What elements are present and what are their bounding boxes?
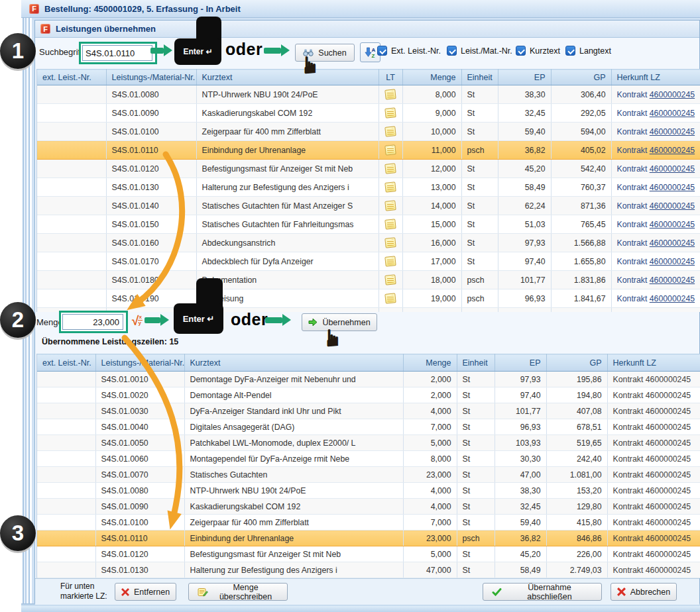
service-row[interactable]: S4S.01.0140Statisches Gutachten für Mast…	[37, 197, 700, 215]
checkbox-kurztext[interactable]: Kurztext	[516, 46, 560, 56]
column-header-lt[interactable]: LT	[379, 70, 402, 85]
available-services-table: ext. Leist.-Nr.Leistungs-/Material-Nr.Ku…	[37, 69, 700, 312]
service-row[interactable]: S4S.01.0020Demontage Alt-Pendel2,000St97…	[37, 387, 700, 403]
column-header-gp[interactable]: GP	[551, 70, 611, 85]
longtext-icon[interactable]	[384, 181, 396, 193]
contract-link[interactable]: 4600000245	[650, 276, 695, 285]
contract-link[interactable]: 4600000245	[650, 146, 695, 155]
material-nr-cell: S4S.01.0070	[95, 467, 184, 483]
service-row[interactable]: S4S.01.0190Einweisung19,000psch96,931.84…	[37, 289, 700, 308]
kurztext-cell: Kaskadierungskabel COM 192	[184, 499, 403, 515]
checkbox-langtext[interactable]: Langtext	[565, 46, 611, 56]
column-header-menge[interactable]: Menge	[402, 70, 461, 85]
abbrechen-button[interactable]: Abbrechen	[611, 583, 677, 601]
checkbox-ext-leist-nr[interactable]: Ext. Leist.-Nr.	[377, 46, 441, 56]
service-row[interactable]: S4S.01.0170Abdeckblech für Dyfa Anzeiger…	[37, 252, 700, 271]
service-row[interactable]: S4S.01.0160Abdeckungsanstrich16,000St97,…	[37, 234, 700, 252]
service-row[interactable]: S4S.01.0040Digitales Ansagegerät (DAG)7,…	[37, 419, 700, 435]
service-row[interactable]: S4S.01.0120Befestigungsmast für Anzeiger…	[37, 160, 700, 178]
service-row[interactable]: S4S.01.0100Zeigerpaar für 400 mm Zifferb…	[37, 515, 700, 531]
menge-ueberschreiben-button[interactable]: Menge überschreiben	[188, 583, 288, 601]
contract-link[interactable]: 4600000245	[650, 164, 695, 174]
service-row[interactable]: S4S.01.0010Demontage DyFa-Anzeiger mit N…	[37, 372, 700, 387]
herkunft-cell: Kontrakt 4600000245	[611, 178, 700, 197]
service-row[interactable]: S4S.01.0120Befestigungsmast für Anzeiger…	[37, 546, 700, 562]
ext-leist-nr-cell	[37, 483, 95, 499]
contract-link[interactable]: 4600000245	[650, 183, 695, 192]
column-header-menge[interactable]: Menge	[403, 354, 457, 372]
checkbox-checked-icon[interactable]	[565, 46, 575, 56]
service-row[interactable]: S4S.01.0080NTP-Uhrwerk NBU 190t 24/PoE8,…	[37, 85, 700, 104]
contract-link[interactable]: 4600000245	[650, 294, 695, 303]
service-row[interactable]: S4S.01.0110Einbindung der Uhrenanlage11,…	[37, 141, 700, 160]
longtext-icon[interactable]	[384, 200, 396, 211]
herkunft-cell: Kontrakt 4600000245	[607, 372, 700, 387]
material-nr-cell: S4S.01.0100	[106, 123, 196, 141]
service-row[interactable]: S4S.01.0050Patchkabel LWL-Monomode, dupl…	[37, 435, 700, 451]
ext-leist-nr-cell	[37, 271, 106, 289]
herkunft-cell: Kontrakt 4600000245	[607, 435, 700, 451]
entfernen-label: Entfernen	[134, 587, 170, 597]
contract-link[interactable]: 4600000245	[650, 90, 695, 99]
column-header-einheit[interactable]: Einheit	[461, 70, 498, 85]
column-header-ext-leist-nr[interactable]: ext. Leist.-Nr.	[37, 70, 106, 85]
column-header-ext-leist-nr[interactable]: ext. Leist.-Nr.	[37, 354, 95, 372]
checkbox-checked-icon[interactable]	[516, 46, 526, 56]
column-header-kurztext[interactable]: Kurztext	[196, 70, 379, 85]
longtext-icon[interactable]	[384, 219, 396, 230]
contract-link[interactable]: 4600000245	[650, 238, 695, 248]
checkbox-leist-mat-nr[interactable]: Leist./Mat.-Nr.	[447, 46, 512, 56]
uebernahme-abschliessen-button[interactable]: Übernahme abschließen	[483, 583, 602, 601]
suchen-button[interactable]: Suchen	[295, 44, 355, 62]
column-header-herkunft-lz[interactable]: Herkunft LZ	[611, 70, 700, 85]
menge-cell: 4,000	[403, 483, 457, 499]
column-header-leistungs-material-nr[interactable]: Leistungs-/Material-Nr.	[95, 354, 184, 372]
longtext-icon[interactable]	[384, 107, 396, 119]
service-row[interactable]: S4S.01.0030DyFa-Anzeiger Standard inkl U…	[37, 403, 700, 419]
ext-leist-nr-cell	[37, 499, 95, 515]
formula-icon[interactable]: √ x y	[132, 315, 143, 327]
longtext-icon[interactable]	[384, 126, 396, 137]
search-input[interactable]	[82, 45, 152, 61]
red-x-icon	[617, 587, 626, 596]
service-row[interactable]: S4S.01.0070Statisches Gutachten23,000St4…	[37, 467, 700, 483]
service-row[interactable]: S4S.01.0060Montagependel für DyFa-Anzeig…	[37, 451, 700, 467]
menge-row: Menge: √ x y Übernehmen	[35, 309, 699, 340]
service-row[interactable]: S4S.01.0090Kaskadierungskabel COM 1924,0…	[37, 499, 700, 515]
longtext-icon[interactable]	[384, 144, 396, 156]
column-header-herkunft-lz[interactable]: Herkunft LZ	[607, 354, 700, 372]
column-header-ep[interactable]: EP	[498, 70, 551, 85]
service-row[interactable]: S4S.01.0090Kaskadierungskabel COM 1929,0…	[37, 104, 700, 123]
uebernehmen-button[interactable]: Übernehmen	[302, 313, 377, 331]
column-header-ep[interactable]: EP	[495, 354, 546, 372]
service-row[interactable]: S4S.01.0130Halterung zur Befestigung des…	[37, 562, 700, 578]
longtext-icon[interactable]	[384, 293, 396, 304]
column-header-leistungs-material-nr[interactable]: Leistungs-/Material-Nr.	[106, 70, 196, 85]
kurztext-cell: Digitales Ansagegerät (DAG)	[184, 419, 403, 435]
einheit-cell: St	[457, 499, 495, 515]
longtext-icon[interactable]	[384, 89, 396, 100]
service-row[interactable]: S4S.01.0130Halterung zur Befestigung des…	[37, 178, 700, 197]
contract-link[interactable]: 4600000245	[650, 127, 695, 136]
dialog-title: Leistungen übernehmen	[56, 24, 156, 34]
contract-link[interactable]: 4600000245	[650, 220, 695, 229]
service-row[interactable]: S4S.01.0180Dokumentation18,000psch101,77…	[37, 271, 700, 289]
entfernen-button[interactable]: Entfernen	[115, 583, 176, 601]
service-row[interactable]: S4S.01.0100Zeigerpaar für 400 mm Zifferb…	[37, 123, 700, 141]
longtext-icon[interactable]	[384, 256, 396, 267]
contract-link[interactable]: 4600000245	[650, 109, 695, 118]
menge-input[interactable]	[62, 314, 123, 330]
checkbox-checked-icon[interactable]	[377, 46, 387, 56]
service-row[interactable]: S4S.01.0080NTP-Uhrwerk NBU 190t 24/PoE4,…	[37, 483, 700, 499]
service-row[interactable]: S4S.01.0150Statisches Gutachten für Fahr…	[37, 215, 700, 234]
column-header-einheit[interactable]: Einheit	[457, 354, 495, 372]
contract-link[interactable]: 4600000245	[650, 201, 695, 211]
contract-link[interactable]: 4600000245	[650, 257, 695, 266]
column-header-kurztext[interactable]: Kurztext	[184, 354, 403, 372]
longtext-icon[interactable]	[384, 237, 396, 248]
longtext-icon[interactable]	[384, 163, 396, 174]
column-header-gp[interactable]: GP	[546, 354, 607, 372]
longtext-icon[interactable]	[384, 274, 396, 285]
service-row[interactable]: S4S.01.0110Einbindung der Uhrenanlage23,…	[37, 531, 700, 546]
checkbox-checked-icon[interactable]	[447, 46, 457, 56]
